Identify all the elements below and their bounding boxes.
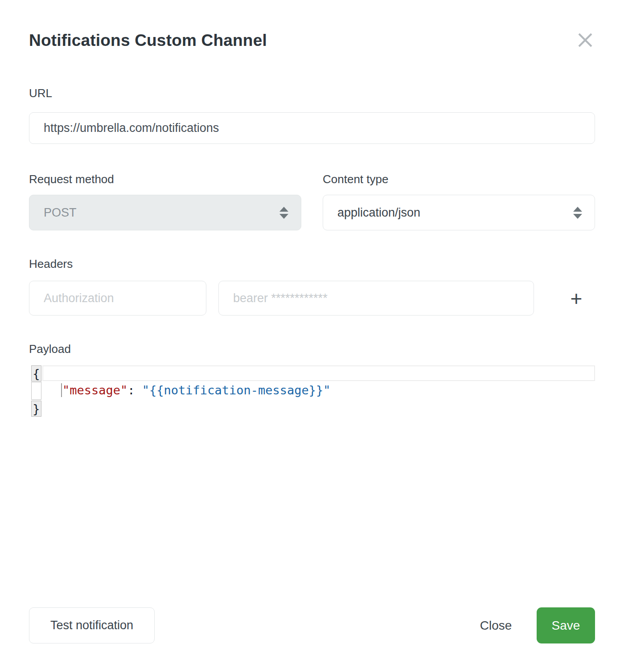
content-type-value: application/json xyxy=(337,206,420,220)
close-icon xyxy=(577,32,594,49)
headers-label: Headers xyxy=(29,257,73,271)
content-type-select[interactable]: application/json xyxy=(323,195,595,230)
json-colon: : xyxy=(127,383,142,397)
request-method-label: Request method xyxy=(29,172,114,186)
plus-icon: + xyxy=(571,288,583,309)
active-line-highlight xyxy=(42,365,595,381)
close-button[interactable] xyxy=(575,30,595,50)
add-header-button[interactable]: + xyxy=(564,287,588,311)
url-input[interactable] xyxy=(29,112,595,144)
text-cursor xyxy=(61,383,62,397)
arrow-up-icon xyxy=(573,207,582,212)
notifications-custom-channel-dialog: Notifications Custom Channel URL Request… xyxy=(0,0,624,672)
payload-code-editor[interactable]: { "message": "{{notification-message}}" … xyxy=(29,365,595,419)
matching-bracket-close: } xyxy=(31,401,41,417)
request-method-value: POST xyxy=(44,206,77,220)
save-button[interactable]: Save xyxy=(537,607,595,643)
select-arrows-icon xyxy=(573,207,582,219)
gutter-box xyxy=(31,382,41,400)
json-key: "message" xyxy=(62,383,127,397)
select-arrows-icon xyxy=(279,207,288,219)
matching-bracket-open: { xyxy=(31,365,41,381)
code-line-2: "message": "{{notification-message}}" xyxy=(29,382,595,401)
header-value-input[interactable] xyxy=(218,281,534,316)
arrow-up-icon xyxy=(279,207,288,212)
request-method-select[interactable]: POST xyxy=(29,195,301,230)
code-text: "message": "{{notification-message}}" xyxy=(61,383,330,397)
arrow-down-icon xyxy=(279,214,288,219)
code-line-1: { xyxy=(29,365,595,382)
close-dialog-button[interactable]: Close xyxy=(464,607,528,643)
arrow-down-icon xyxy=(573,214,582,219)
open-brace: { xyxy=(33,367,40,381)
json-value: "{{notification-message}}" xyxy=(142,383,331,397)
test-notification-button[interactable]: Test notification xyxy=(29,607,155,643)
url-label: URL xyxy=(29,86,52,100)
header-name-input[interactable] xyxy=(29,281,206,316)
close-brace: } xyxy=(33,402,40,416)
payload-label: Payload xyxy=(29,342,71,356)
content-type-label: Content type xyxy=(323,172,388,186)
dialog-title: Notifications Custom Channel xyxy=(29,31,267,50)
code-line-3: } xyxy=(29,401,595,418)
